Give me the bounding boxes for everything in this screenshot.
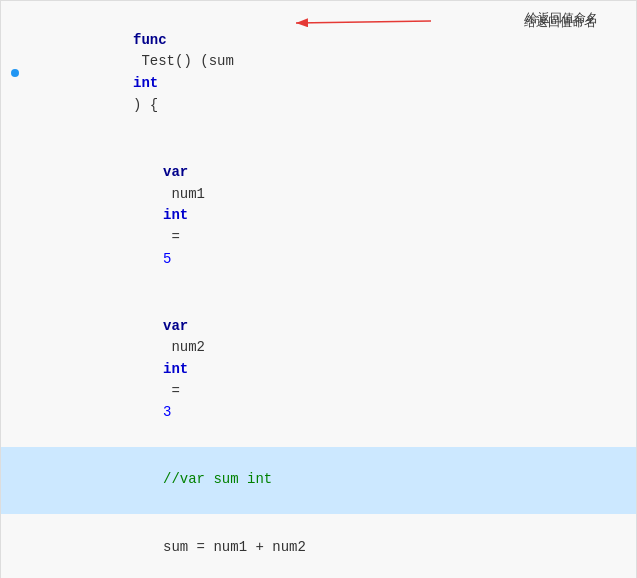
code-line-highlighted: //var sum int	[1, 447, 636, 514]
keyword-func: func	[133, 32, 167, 48]
keyword-int: int	[163, 361, 188, 377]
code-line: var num1 int = 5	[1, 139, 636, 293]
number: 3	[163, 404, 171, 420]
code-text: num1	[163, 186, 213, 202]
keyword-int: int	[133, 75, 158, 91]
code-line: sum = num1 + num2	[1, 514, 636, 578]
keyword-int: int	[163, 207, 188, 223]
keyword-var: var	[163, 164, 188, 180]
code-text: ) {	[133, 97, 158, 113]
code-text: sum = num1 + num2	[163, 539, 306, 555]
keyword-var: var	[163, 318, 188, 334]
comment-text: //var sum int	[163, 471, 272, 487]
annotation-label-1: 给返回值命名	[526, 9, 598, 28]
code-text: Test() (sum	[133, 53, 242, 69]
code-text: =	[163, 229, 188, 245]
code-text: num2	[163, 339, 213, 355]
code-text: =	[163, 383, 188, 399]
code-line: var num2 int = 3	[1, 293, 636, 447]
code-block-1: func Test() (sum int ) { var num1 int = …	[0, 0, 637, 578]
number: 5	[163, 251, 171, 267]
